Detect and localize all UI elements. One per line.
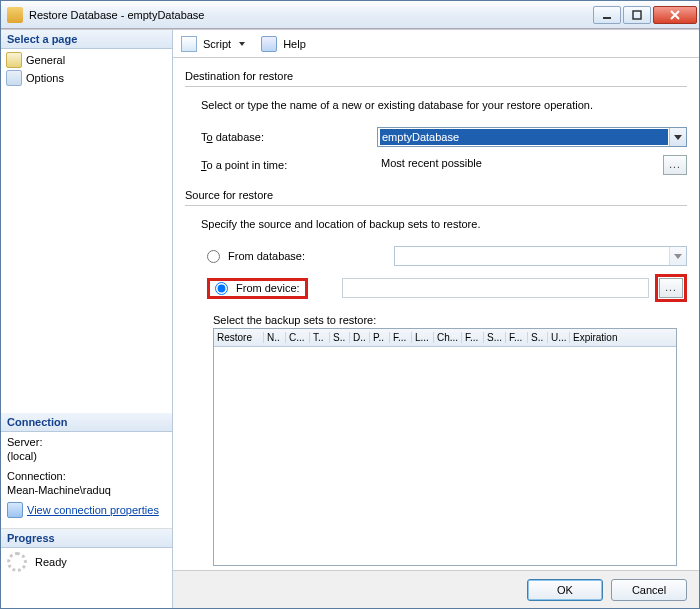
sidebar-item-label: Options bbox=[26, 72, 64, 84]
progress-panel: Ready bbox=[1, 548, 172, 608]
grid-header: Restore N.. C... T.. S.. D.. P.. F... L.… bbox=[214, 329, 676, 347]
script-icon bbox=[181, 36, 197, 52]
connection-header: Connection bbox=[1, 413, 172, 432]
col-lastlsn[interactable]: L... bbox=[412, 332, 434, 343]
grid-body[interactable] bbox=[214, 347, 676, 565]
source-section-title: Source for restore bbox=[185, 189, 687, 201]
destination-section-title: Destination for restore bbox=[185, 70, 687, 82]
divider bbox=[185, 205, 687, 206]
connection-properties-icon bbox=[7, 502, 23, 518]
view-connection-properties-link[interactable]: View connection properties bbox=[27, 504, 159, 516]
from-device-path-input[interactable] bbox=[342, 278, 649, 298]
col-startdate[interactable]: S... bbox=[484, 332, 506, 343]
from-database-dropdown-icon[interactable] bbox=[669, 247, 686, 265]
sidebar: Select a page General Options Connection… bbox=[1, 30, 173, 608]
from-device-browse-button[interactable] bbox=[659, 278, 683, 298]
maximize-button[interactable] bbox=[623, 6, 651, 24]
sidebar-item-label: General bbox=[26, 54, 65, 66]
from-database-radio[interactable] bbox=[207, 250, 220, 263]
progress-spinner-icon bbox=[7, 552, 27, 572]
titlebar[interactable]: Restore Database - emptyDatabase bbox=[1, 1, 699, 29]
connection-panel: Server: (local) Connection: Mean-Machine… bbox=[1, 432, 172, 529]
to-point-in-time-row: To a point in time: Most recent possible bbox=[201, 155, 687, 175]
help-icon bbox=[261, 36, 277, 52]
col-server[interactable]: S.. bbox=[330, 332, 350, 343]
col-checkpointlsn[interactable]: Ch... bbox=[434, 332, 462, 343]
toolbar: Script Help bbox=[173, 30, 699, 58]
cancel-button[interactable]: Cancel bbox=[611, 579, 687, 601]
to-database-combo[interactable]: emptyDatabase bbox=[377, 127, 687, 147]
source-instruction: Specify the source and location of backu… bbox=[201, 218, 687, 230]
backup-sets-grid[interactable]: Restore N.. C... T.. S.. D.. P.. F... L.… bbox=[213, 328, 677, 566]
select-page-header: Select a page bbox=[1, 30, 172, 49]
to-database-dropdown-icon[interactable] bbox=[669, 128, 686, 146]
ok-button[interactable]: OK bbox=[527, 579, 603, 601]
to-point-in-time-value: Most recent possible bbox=[377, 155, 657, 175]
connection-label: Connection: bbox=[7, 470, 166, 482]
to-point-in-time-browse-button[interactable] bbox=[663, 155, 687, 175]
from-database-combo[interactable] bbox=[394, 246, 687, 266]
col-finishdate[interactable]: F... bbox=[506, 332, 528, 343]
from-device-label: From device: bbox=[236, 282, 300, 294]
to-database-row: To database: emptyDatabase bbox=[201, 127, 687, 147]
col-type[interactable]: T.. bbox=[310, 332, 330, 343]
database-icon bbox=[7, 7, 23, 23]
from-database-value bbox=[397, 248, 668, 264]
restore-database-dialog: Restore Database - emptyDatabase Select … bbox=[0, 0, 700, 609]
main-panel: Script Help Destination for restore Sele… bbox=[173, 30, 699, 608]
script-button[interactable]: Script bbox=[203, 38, 231, 50]
col-database[interactable]: D.. bbox=[350, 332, 370, 343]
general-icon bbox=[6, 52, 22, 68]
minimize-button[interactable] bbox=[593, 6, 621, 24]
sidebar-item-general[interactable]: General bbox=[4, 51, 169, 69]
server-label: Server: bbox=[7, 436, 166, 448]
to-database-value: emptyDatabase bbox=[380, 129, 668, 145]
destination-instruction: Select or type the name of a new or exis… bbox=[201, 99, 687, 111]
divider bbox=[185, 86, 687, 87]
col-expiration[interactable]: Expiration bbox=[570, 332, 676, 343]
progress-status: Ready bbox=[35, 556, 67, 568]
col-restore[interactable]: Restore bbox=[214, 332, 264, 343]
sidebar-item-options[interactable]: Options bbox=[4, 69, 169, 87]
options-icon bbox=[6, 70, 22, 86]
from-device-highlight: From device: bbox=[207, 278, 308, 299]
select-backup-sets-label: Select the backup sets to restore: bbox=[213, 314, 687, 326]
progress-header: Progress bbox=[1, 529, 172, 548]
col-name[interactable]: N.. bbox=[264, 332, 286, 343]
from-device-row: From device: bbox=[207, 274, 687, 302]
to-point-in-time-label: To a point in time: bbox=[201, 159, 371, 171]
connection-value: Mean-Machine\raduq bbox=[7, 484, 166, 496]
window-title: Restore Database - emptyDatabase bbox=[29, 9, 591, 21]
from-device-radio[interactable] bbox=[215, 282, 228, 295]
col-position[interactable]: P.. bbox=[370, 332, 390, 343]
server-value: (local) bbox=[7, 450, 166, 462]
from-device-browse-highlight bbox=[655, 274, 687, 302]
from-database-row: From database: bbox=[207, 246, 687, 266]
dialog-buttons: OK Cancel bbox=[173, 570, 699, 608]
page-list: General Options bbox=[1, 49, 172, 413]
view-connection-properties[interactable]: View connection properties bbox=[7, 502, 166, 518]
close-button[interactable] bbox=[653, 6, 697, 24]
col-fulllsn[interactable]: F... bbox=[462, 332, 484, 343]
from-database-label: From database: bbox=[228, 250, 388, 262]
col-firstlsn[interactable]: F... bbox=[390, 332, 412, 343]
help-button[interactable]: Help bbox=[283, 38, 306, 50]
col-username[interactable]: U... bbox=[548, 332, 570, 343]
col-component[interactable]: C... bbox=[286, 332, 310, 343]
col-size[interactable]: S.. bbox=[528, 332, 548, 343]
svg-rect-1 bbox=[633, 11, 641, 19]
to-database-label: To database: bbox=[201, 131, 371, 143]
script-dropdown-icon[interactable] bbox=[239, 42, 245, 46]
